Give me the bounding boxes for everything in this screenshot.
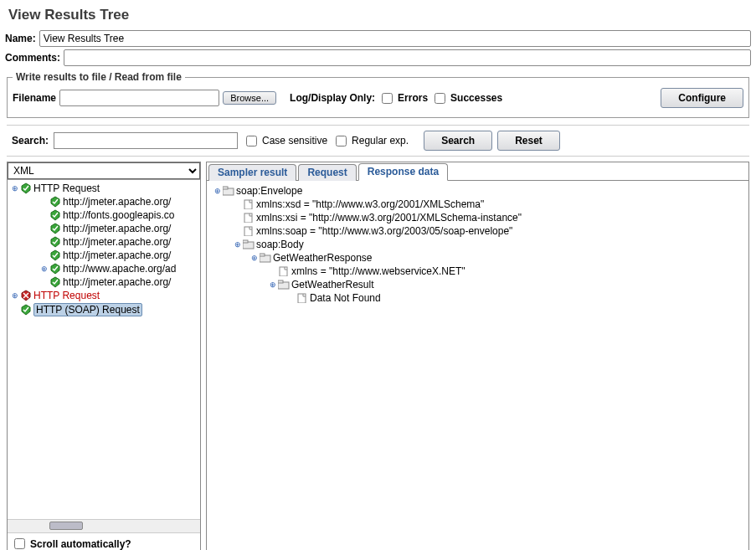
filename-label: Filename (13, 92, 56, 104)
errors-checkbox-label: Errors (398, 92, 428, 104)
success-icon (49, 209, 61, 221)
xml-node[interactable]: Data Not Found (210, 291, 745, 305)
tree-leaf-icon (40, 279, 48, 286)
results-hscroll[interactable] (8, 519, 200, 532)
result-node-label: HTTP (SOAP) Request (33, 303, 142, 316)
result-node-label: http://fonts.googleapis.co (63, 209, 174, 221)
success-icon (49, 276, 61, 288)
tree-leaf-icon (40, 252, 48, 260)
successes-checkbox-box[interactable] (435, 93, 445, 104)
expand-toggle-icon[interactable]: ⊕ (250, 254, 258, 262)
tree-leaf-icon (40, 239, 48, 246)
result-node-label: http://jmeter.apache.org/ (63, 249, 171, 261)
result-node[interactable]: http://fonts.googleapis.co (8, 208, 200, 222)
xml-node-label: soap:Envelope (236, 185, 302, 197)
xml-node[interactable]: xmlns:soap = "http://www.w3.org/2003/05/… (210, 224, 745, 238)
result-node[interactable]: ⊕HTTP Request (8, 182, 200, 195)
xml-node[interactable]: ⊕ soap:Body (210, 238, 745, 251)
tree-leaf-icon (40, 225, 48, 233)
regex-box[interactable] (336, 136, 347, 146)
error-icon (20, 290, 32, 301)
comments-label: Comments: (5, 52, 60, 64)
reset-button[interactable]: Reset (497, 131, 560, 151)
response-body[interactable]: ⊕ soap:Envelope xmlns:xsd = "http://www.… (207, 181, 748, 550)
scroll-auto-checkbox[interactable]: Scroll automatically? (11, 536, 131, 550)
errors-checkbox-box[interactable] (382, 93, 393, 104)
regex-label: Regular exp. (352, 135, 409, 146)
filename-input[interactable] (59, 90, 219, 106)
success-icon (20, 182, 32, 194)
expand-toggle-icon[interactable]: ⊕ (11, 292, 18, 300)
result-node[interactable]: HTTP (SOAP) Request (8, 302, 200, 317)
result-node-label: http://www.apache.org/ad (63, 263, 176, 275)
tree-leaf-icon (11, 306, 18, 314)
logdisplay-label: Log/Display Only: (290, 92, 375, 104)
result-node-label: HTTP Request (33, 182, 100, 194)
name-input[interactable] (39, 30, 751, 47)
page-title: View Results Tree (8, 7, 748, 23)
tree-leaf-icon (287, 295, 295, 302)
xml-node-label: Data Not Found (310, 292, 381, 304)
tab-sampler-result[interactable]: Sampler result (208, 164, 296, 181)
configure-button[interactable]: Configure (661, 88, 743, 108)
tree-leaf-icon (234, 201, 241, 208)
result-node[interactable]: http://jmeter.apache.org/ (8, 222, 200, 235)
success-icon (49, 223, 61, 234)
result-node[interactable]: ⊕HTTP Request (8, 289, 200, 302)
tab-response-data[interactable]: Response data (358, 163, 448, 181)
file-fieldset: Write results to file / Read from file F… (7, 71, 749, 118)
xml-node[interactable]: xmlns:xsd = "http://www.w3.org/2001/XMLS… (210, 198, 745, 211)
xml-node-label: GetWeatherResponse (273, 252, 373, 264)
search-label: Search: (12, 135, 49, 146)
result-node[interactable]: ⊕http://www.apache.org/ad (8, 262, 200, 275)
renderer-select[interactable]: XML (8, 162, 200, 179)
expand-toggle-icon[interactable]: ⊕ (234, 241, 241, 249)
tree-leaf-icon (234, 214, 241, 222)
regex-checkbox[interactable]: Regular exp. (332, 133, 409, 149)
results-tree[interactable]: ⊕HTTP Requesthttp://jmeter.apache.org/ht… (8, 180, 200, 519)
xml-node[interactable]: ⊕ soap:Envelope (210, 184, 745, 198)
success-icon (49, 236, 61, 248)
result-node-label: http://jmeter.apache.org/ (63, 196, 171, 208)
search-button[interactable]: Search (424, 131, 492, 151)
result-node-label: http://jmeter.apache.org/ (63, 223, 171, 234)
xml-node-label: soap:Body (256, 239, 304, 250)
success-icon (49, 263, 61, 275)
xml-node[interactable]: xmlns:xsi = "http://www.w3.org/2001/XMLS… (210, 211, 745, 224)
expand-toggle-icon[interactable]: ⊕ (11, 185, 18, 193)
search-input[interactable] (54, 132, 238, 149)
xml-node[interactable]: xmlns = "http://www.webserviceX.NET" (210, 265, 745, 278)
browse-button[interactable]: Browse... (223, 91, 276, 105)
scroll-auto-label: Scroll automatically? (30, 538, 131, 550)
result-node[interactable]: http://jmeter.apache.org/ (8, 275, 200, 289)
folder-icon (278, 280, 290, 290)
xml-node[interactable]: ⊕ GetWeatherResponse (210, 251, 745, 265)
xml-node-label: xmlns:soap = "http://www.w3.org/2003/05/… (256, 225, 512, 237)
case-sensitive-checkbox[interactable]: Case sensitive (243, 133, 327, 149)
hscroll-thumb[interactable] (49, 522, 83, 530)
xml-node-label: GetWeatherResult (291, 279, 374, 290)
expand-toggle-icon[interactable]: ⊕ (40, 265, 48, 273)
result-node[interactable]: http://jmeter.apache.org/ (8, 235, 200, 249)
tree-leaf-icon (40, 198, 48, 206)
errors-checkbox[interactable]: Errors (378, 90, 428, 106)
tree-leaf-icon (40, 212, 48, 219)
result-node-label: http://jmeter.apache.org/ (63, 236, 171, 248)
expand-toggle-icon[interactable]: ⊕ (213, 188, 221, 195)
xml-node[interactable]: ⊕ GetWeatherResult (210, 278, 745, 291)
tree-leaf-icon (234, 228, 241, 235)
tab-request[interactable]: Request (298, 164, 356, 181)
result-node[interactable]: http://jmeter.apache.org/ (8, 249, 200, 262)
xml-node-label: xmlns = "http://www.webserviceX.NET" (291, 265, 465, 277)
tree-leaf-icon (269, 268, 276, 275)
result-node[interactable]: http://jmeter.apache.org/ (8, 195, 200, 208)
scroll-auto-box[interactable] (14, 538, 25, 549)
file-icon (243, 213, 255, 223)
comments-input[interactable] (64, 49, 751, 66)
file-icon (278, 266, 290, 276)
expand-toggle-icon[interactable]: ⊕ (269, 281, 276, 289)
search-bar: Search: Case sensitive Regular exp. Sear… (7, 125, 749, 157)
case-sensitive-box[interactable] (246, 136, 257, 146)
successes-checkbox[interactable]: Successes (431, 90, 502, 106)
file-legend: Write results to file / Read from file (13, 71, 185, 83)
